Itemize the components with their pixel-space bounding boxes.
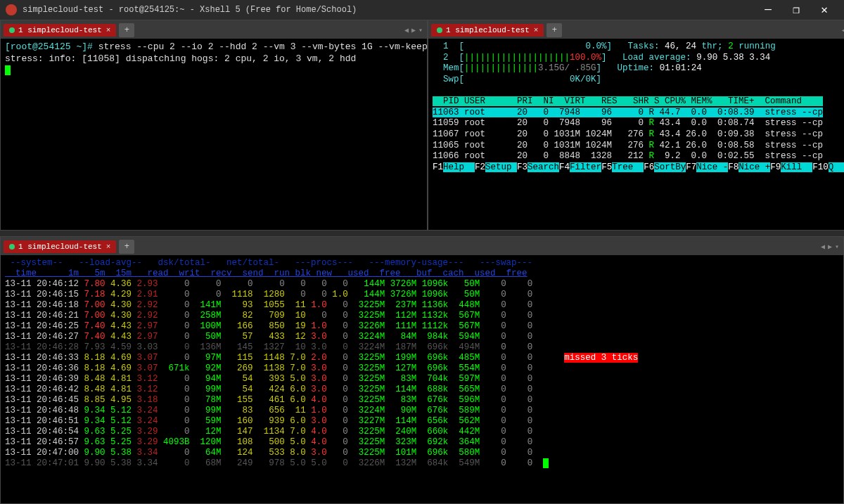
dstat-row: 13-11 20:46:39 8.48 4.81 3.12 0 94M 54 3… — [5, 374, 532, 384]
tabstrip: 1 simplecloud-test × + ◀ ▶ ▾ — [1, 237, 843, 255]
tabstrip: 1 simplecloud-test × + ◀ ▶ ▾ — [428, 20, 844, 39]
dstat-row: 13-11 20:46:33 8.18 4.69 3.07 0 97M 115 … — [5, 353, 638, 363]
pane-dstat: 1 simplecloud-test × + ◀ ▶ ▾ --system-- … — [0, 236, 844, 504]
fkey-filter[interactable]: Filter — [570, 162, 601, 172]
fkey-help[interactable]: Help — [443, 162, 475, 172]
fkey-kill[interactable]: Kill — [781, 162, 812, 172]
dstat-row: 13-11 20:46:27 7.40 4.43 2.97 0 50M 57 4… — [5, 332, 532, 342]
htop-row[interactable]: 11065 root 20 0 1031M 1024M 276 R 42.1 2… — [433, 141, 823, 150]
tab-close-icon[interactable]: × — [106, 26, 111, 34]
tab-nav-left[interactable]: ◀ — [819, 243, 826, 251]
tab-nav-right[interactable]: ▶ — [410, 26, 417, 34]
app-icon — [6, 4, 17, 15]
tab-label: 1 simplecloud-test — [18, 243, 102, 251]
tab-nav-left[interactable]: ◀ — [403, 26, 410, 34]
terminal-htop[interactable]: 1 [ 0.0%] Tasks: 46, 24 thr; 2 running 2… — [428, 39, 844, 230]
close-button[interactable]: ✕ — [810, 3, 838, 17]
dstat-row: 13-11 20:46:45 8.85 4.95 3.18 0 78M 155 … — [5, 395, 532, 405]
window-titlebar: simplecloud-test - root@254125:~ - Xshel… — [0, 0, 844, 20]
fkey-q[interactable]: Q — [829, 162, 844, 172]
htop-header: PID USER PRI NI VIRT RES SHR S CPU% MEM%… — [433, 96, 823, 106]
dstat-row: 13-11 20:47:01 9.90 5.38 3.34 0 68M 249 … — [5, 458, 549, 468]
dstat-row: 13-11 20:46:54 9.63 5.25 3.29 0 12M 147 … — [5, 427, 532, 437]
tab-nav-left[interactable]: ◀ — [840, 26, 844, 34]
cursor-icon — [543, 458, 549, 468]
tab-session[interactable]: 1 simplecloud-test × — [4, 240, 116, 253]
dstat-row: 13-11 20:46:25 7.40 4.43 2.97 0 100M 166… — [5, 321, 532, 331]
window-title: simplecloud-test - root@254125:~ - Xshel… — [23, 5, 754, 15]
tab-nav-menu[interactable]: ▾ — [833, 243, 840, 251]
add-tab-button[interactable]: + — [119, 240, 134, 254]
cursor-icon — [5, 65, 11, 75]
tab-label: 1 simplecloud-test — [446, 26, 530, 34]
tab-session[interactable]: 1 simplecloud-test × — [4, 24, 116, 37]
dstat-row: 13-11 20:46:36 8.18 4.69 3.07 671k 92M 2… — [5, 363, 532, 373]
minimize-button[interactable]: — — [754, 4, 782, 16]
tab-close-icon[interactable]: × — [534, 26, 539, 34]
htop-row[interactable]: 11059 root 20 0 7948 96 0 R 43.4 0.0 0:0… — [433, 118, 823, 128]
dstat-row: 13-11 20:47:00 9.90 5.38 3.34 0 64M 124 … — [5, 448, 532, 458]
dstat-row: 13-11 20:46:18 7.00 4.30 2.92 0 141M 93 … — [5, 300, 532, 310]
pane-stress: 1 simplecloud-test × + ◀ ▶ ▾ [root@25412… — [0, 20, 428, 231]
terminal-stress[interactable]: [root@254125 ~]# stress --cpu 2 --io 2 -… — [1, 39, 427, 230]
tab-nav-right[interactable]: ▶ — [826, 243, 833, 251]
tab-close-icon[interactable]: × — [106, 243, 111, 251]
dstat-row: 13-11 20:46:42 8.48 4.81 3.12 0 99M 54 4… — [5, 385, 532, 394]
add-tab-button[interactable]: + — [546, 23, 562, 37]
add-tab-button[interactable]: + — [119, 23, 134, 37]
status-dot-icon — [9, 244, 15, 250]
pane-htop: 1 simplecloud-test × + ◀ ▶ ▾ 1 [ 0.0%] T… — [428, 20, 844, 231]
tab-session[interactable]: 1 simplecloud-test × — [431, 24, 544, 37]
dstat-row: 13-11 20:46:15 7.18 4.29 2.91 0 0 1118 1… — [5, 290, 532, 299]
fkey-search[interactable]: Search — [528, 162, 559, 172]
fkey-nice +[interactable]: Nice + — [738, 162, 770, 172]
tabstrip: 1 simplecloud-test × + ◀ ▶ ▾ — [1, 20, 427, 39]
dstat-row: 13-11 20:46:57 9.63 5.25 3.29 4093B 120M… — [5, 437, 532, 447]
status-dot-icon — [437, 27, 442, 33]
maximize-button[interactable]: ❐ — [782, 3, 810, 17]
dstat-row: 13-11 20:46:21 7.00 4.30 2.92 0 258M 82 … — [5, 311, 532, 321]
dstat-row: 13-11 20:46:12 7.80 4.36 2.93 0 0 0 0 0 … — [5, 279, 532, 289]
status-dot-icon — [9, 27, 15, 33]
fkey-setup[interactable]: Setup — [485, 162, 517, 172]
dstat-row: 13-11 20:46:51 9.34 5.12 3.24 0 59M 160 … — [5, 416, 532, 426]
dstat-row: 13-11 20:46:28 7.93 4.59 3.03 0 136M 145… — [5, 342, 532, 352]
fkey-tree[interactable]: Tree — [612, 162, 644, 172]
fkey-nice -[interactable]: Nice - — [696, 162, 728, 172]
dstat-row: 13-11 20:46:48 9.34 5.12 3.24 0 99M 83 6… — [5, 406, 532, 415]
tab-label: 1 simplecloud-test — [18, 26, 102, 34]
htop-row[interactable]: 11067 root 20 0 1031M 1024M 276 R 43.4 2… — [433, 129, 823, 139]
tab-nav-menu[interactable]: ▾ — [417, 26, 424, 34]
htop-row[interactable]: 11063 root 20 0 7948 96 0 R 44.7 0.0 0:0… — [433, 108, 823, 117]
dstat-alert: missed 3 ticks — [564, 353, 638, 363]
fkey-sortby[interactable]: SortBy — [654, 162, 686, 172]
htop-fkeys: F1Help F2Setup F3SearchF4FilterF5Tree F6… — [433, 162, 844, 172]
htop-row[interactable]: 11066 root 20 0 8848 1328 212 R 9.2 0.0 … — [433, 151, 823, 161]
terminal-dstat[interactable]: --system-- --load-avg-- dsk/total- net/t… — [1, 255, 843, 503]
